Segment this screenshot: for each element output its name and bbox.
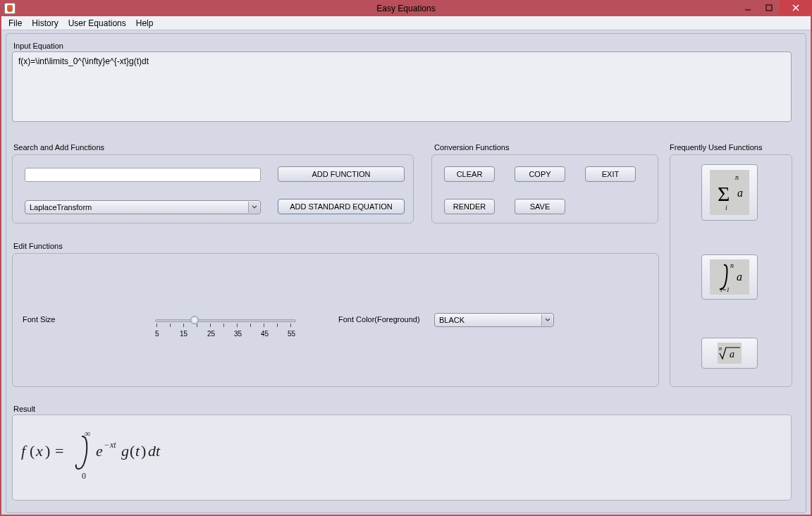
svg-text:dt: dt xyxy=(148,442,161,460)
input-equation-legend: Input Equation xyxy=(13,42,63,50)
add-function-button[interactable]: ADD FUNCTION xyxy=(278,166,405,182)
copy-button[interactable]: COPY xyxy=(515,166,565,182)
slider-tick xyxy=(290,324,291,327)
slider-tick-label: 45 xyxy=(261,330,269,338)
svg-text:t: t xyxy=(135,442,140,460)
search-legend: Search and Add Functions xyxy=(13,143,104,152)
font-color-value: BLACK xyxy=(439,316,465,324)
menu-user-equations[interactable]: User Equations xyxy=(65,17,130,30)
menu-help[interactable]: Help xyxy=(133,17,157,30)
root-icon: n a xyxy=(718,343,742,364)
save-button[interactable]: SAVE xyxy=(515,199,565,214)
svg-rect-1 xyxy=(766,5,772,11)
close-button[interactable] xyxy=(780,0,812,15)
search-input[interactable] xyxy=(25,168,261,182)
svg-text:f: f xyxy=(21,442,27,460)
content-panel: Input Equation Search and Add Functions … xyxy=(1,30,811,515)
input-equation-field[interactable] xyxy=(12,51,792,122)
slider-tick xyxy=(183,324,184,327)
slider-tick xyxy=(250,324,251,327)
svg-text:n: n xyxy=(735,173,739,181)
slider-tick xyxy=(170,324,171,327)
titlebar[interactable]: Easy Equations xyxy=(0,0,812,16)
svg-text:i=1: i=1 xyxy=(720,286,730,293)
slider-tick xyxy=(237,324,238,327)
menubar: File History User Equations Help xyxy=(1,16,811,30)
render-button[interactable]: RENDER xyxy=(444,199,495,214)
menu-file[interactable]: File xyxy=(5,17,25,30)
clear-button[interactable]: CLEAR xyxy=(444,166,495,182)
slider-tick xyxy=(210,324,211,327)
svg-text:n: n xyxy=(719,345,722,352)
minimize-button[interactable] xyxy=(737,0,758,15)
svg-text:e: e xyxy=(96,442,103,460)
svg-text:x: x xyxy=(35,442,43,460)
frequent-integral-button[interactable]: n i=1 a xyxy=(701,254,758,300)
integral-icon: n i=1 a xyxy=(710,259,749,295)
svg-text:n: n xyxy=(730,262,734,269)
font-size-label: Font Size xyxy=(23,315,55,324)
standard-equation-value: LaplaceTransform xyxy=(30,203,92,211)
frequent-summation-button[interactable]: n Σ i a xyxy=(701,164,758,221)
font-color-select[interactable]: BLACK xyxy=(434,313,554,327)
java-icon xyxy=(4,3,16,14)
standard-equation-select[interactable]: LaplaceTransform xyxy=(25,200,261,214)
slider-tick-label: 15 xyxy=(180,330,187,338)
svg-text:−: − xyxy=(104,440,109,450)
svg-text:): ) xyxy=(45,442,50,460)
font-size-slider[interactable] xyxy=(155,319,296,322)
svg-text:=: = xyxy=(55,442,63,460)
window-controls xyxy=(737,0,812,15)
summation-icon: n Σ i a xyxy=(710,170,749,215)
edit-group xyxy=(12,253,659,387)
svg-text:i: i xyxy=(725,204,727,211)
slider-tick xyxy=(197,324,197,327)
svg-text:a: a xyxy=(730,349,734,360)
font-color-label: Font Color(Foreground) xyxy=(338,315,420,324)
window-title: Easy Equations xyxy=(376,4,435,13)
svg-text:∞: ∞ xyxy=(85,429,91,438)
svg-text:g: g xyxy=(121,442,129,460)
frequent-legend: Frequently Used Functions xyxy=(670,143,762,152)
chevron-down-icon xyxy=(541,314,553,326)
slider-tick-label: 35 xyxy=(234,330,242,338)
result-panel: f ( x ) = ∞ 0 e − xt g ( t ) dt xyxy=(12,414,792,500)
slider-tick-label: 25 xyxy=(207,330,215,338)
result-equation: f ( x ) = ∞ 0 e − xt g ( t ) dt xyxy=(21,428,204,483)
slider-tick-label: 55 xyxy=(288,330,295,338)
slider-tick xyxy=(156,324,157,327)
svg-text:Σ: Σ xyxy=(718,182,730,205)
conversion-legend: Conversion Functions xyxy=(434,143,509,152)
slider-tick xyxy=(264,324,264,327)
exit-button[interactable]: EXIT xyxy=(585,166,636,182)
chevron-down-icon xyxy=(248,202,259,213)
svg-text:0: 0 xyxy=(82,471,86,481)
font-size-slider-thumb[interactable] xyxy=(190,316,199,324)
slider-tick xyxy=(277,324,278,327)
add-standard-equation-button[interactable]: ADD STANDARD EQUATION xyxy=(278,199,405,214)
maximize-button[interactable] xyxy=(758,0,780,15)
svg-text:a: a xyxy=(737,271,742,283)
svg-text:(: ( xyxy=(130,442,135,460)
edit-legend: Edit Functions xyxy=(13,242,63,250)
menu-history[interactable]: History xyxy=(28,17,61,30)
svg-text:): ) xyxy=(141,442,146,460)
svg-text:(: ( xyxy=(30,442,35,460)
slider-tick-label: 5 xyxy=(155,330,159,338)
result-legend: Result xyxy=(13,405,35,413)
svg-text:xt: xt xyxy=(109,440,116,450)
svg-text:a: a xyxy=(737,187,743,199)
frequent-root-button[interactable]: n a xyxy=(701,338,758,369)
slider-tick xyxy=(223,324,224,327)
